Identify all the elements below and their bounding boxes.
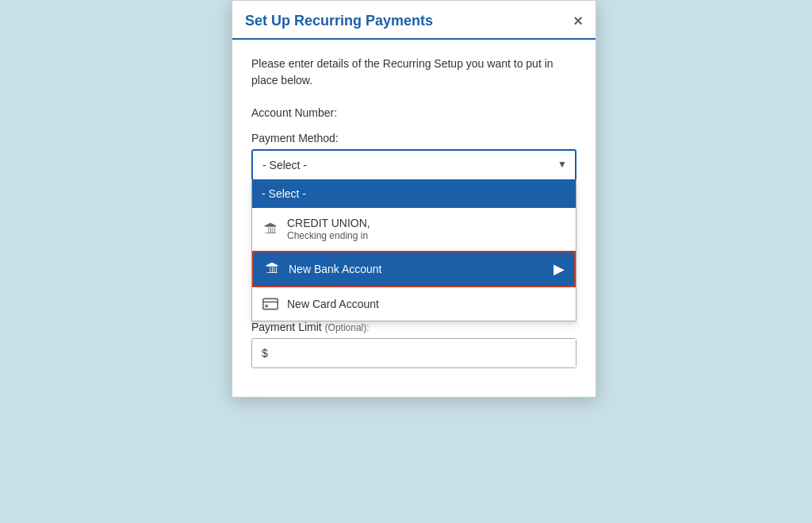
modal-header: Set Up Recurring Payments × [232, 1, 596, 40]
credit-union-subtext: Checking ending in [287, 230, 370, 243]
svg-rect-0 [263, 298, 278, 309]
dropdown-item-credit-union[interactable]: CREDIT UNION, Checking ending in [252, 208, 576, 251]
payment-limit-group: Payment Limit (Optional): $ [251, 321, 576, 368]
dropdown-item-new-card[interactable]: New Card Account [252, 287, 576, 321]
modal-container: Set Up Recurring Payments × Please enter… [232, 0, 596, 398]
dropdown-item-credit-union-text: CREDIT UNION, Checking ending in [287, 216, 370, 243]
bank-icon-new-bank [263, 260, 281, 278]
payment-limit-prefix: $ [252, 339, 276, 367]
credit-union-label: CREDIT UNION, [287, 216, 370, 230]
payment-method-label: Payment Method: [251, 132, 576, 144]
account-number-group: Account Number: [251, 106, 576, 119]
dropdown-item-select[interactable]: - Select - [252, 179, 576, 208]
close-button[interactable]: × [573, 12, 583, 30]
account-number-label: Account Number: [251, 106, 576, 119]
cursor-icon: ▶ [553, 260, 565, 278]
payment-method-select-wrapper: - Select - CREDIT UNION, Checking ending… [251, 149, 576, 179]
card-icon-new-card [262, 295, 279, 313]
payment-limit-label: Payment Limit (Optional): [251, 321, 576, 333]
bank-icon-credit-union [262, 221, 279, 238]
new-bank-label: New Bank Account [289, 263, 382, 275]
modal-title: Set Up Recurring Payments [245, 13, 433, 29]
payment-method-group: Payment Method: - Select - CREDIT UNION,… [251, 132, 576, 179]
payment-method-select[interactable]: - Select - CREDIT UNION, Checking ending… [251, 149, 576, 179]
payment-limit-input[interactable] [276, 339, 576, 367]
dropdown-select-label: - Select - [262, 187, 306, 200]
payment-limit-input-wrapper: $ [251, 338, 576, 368]
new-card-label: New Card Account [287, 298, 379, 310]
intro-text: Please enter details of the Recurring Se… [251, 56, 576, 89]
payment-limit-optional-text: (Optional): [325, 322, 370, 333]
modal-body: Please enter details of the Recurring Se… [232, 40, 596, 397]
payment-limit-label-text: Payment Limit [251, 321, 322, 333]
dropdown-item-new-bank[interactable]: New Bank Account ▶ [252, 251, 576, 287]
payment-method-dropdown: - Select - CREDIT UNION, Checking ending… [251, 179, 576, 321]
